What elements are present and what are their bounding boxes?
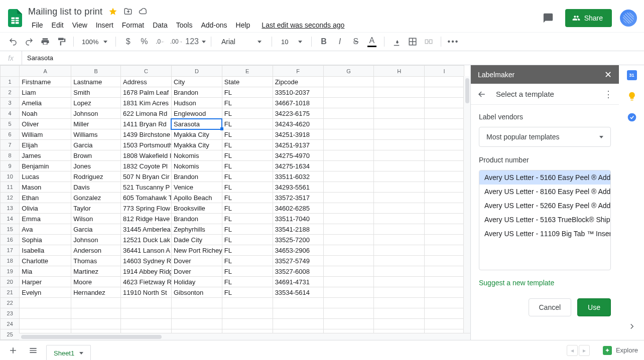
cell[interactable] <box>374 119 425 129</box>
cell[interactable]: Charlotte <box>20 256 71 266</box>
cell[interactable]: 1808 Wakefield I <box>121 150 172 161</box>
explore-button[interactable]: ✦ Explore <box>603 346 638 355</box>
cell[interactable] <box>374 171 425 182</box>
row-header[interactable]: 5 <box>1 119 20 129</box>
cell[interactable]: 33527-6008 <box>273 266 323 277</box>
cell[interactable]: 34251-9137 <box>273 140 323 150</box>
cell[interactable]: Smith <box>71 87 121 98</box>
cell[interactable] <box>425 319 464 329</box>
cell[interactable]: Hudson <box>171 98 222 108</box>
cell[interactable]: Englewood <box>171 108 222 119</box>
cell[interactable]: FL <box>222 266 273 277</box>
cell[interactable] <box>374 108 425 119</box>
font-size-selector[interactable]: 10 <box>277 38 306 46</box>
cell[interactable] <box>20 319 71 329</box>
close-icon[interactable]: ✕ <box>604 69 612 80</box>
cell[interactable] <box>323 298 374 308</box>
cell[interactable]: FL <box>222 277 273 287</box>
share-button[interactable]: Share <box>565 9 612 27</box>
cell[interactable]: FL <box>222 224 273 235</box>
cell[interactable] <box>71 319 121 329</box>
cell[interactable] <box>374 214 425 224</box>
formula-input[interactable]: Sarasota <box>22 54 53 62</box>
cell[interactable]: Oliver <box>20 119 71 129</box>
cell[interactable] <box>374 182 425 193</box>
cell[interactable]: Jones <box>71 161 121 171</box>
cancel-button[interactable]: Cancel <box>529 298 572 316</box>
zoom-selector[interactable]: 100% <box>79 38 110 46</box>
cell[interactable]: 11910 North St <box>121 287 172 298</box>
cell[interactable] <box>323 98 374 108</box>
fill-color-button[interactable] <box>390 35 404 49</box>
cell[interactable]: 4623 Fietzway R <box>121 277 172 287</box>
cell[interactable] <box>374 98 425 108</box>
calendar-icon[interactable]: 31 <box>627 70 637 80</box>
cell[interactable] <box>425 193 464 203</box>
cell[interactable]: Lucas <box>20 171 71 182</box>
cell[interactable] <box>374 308 425 319</box>
cell[interactable] <box>374 203 425 214</box>
cell[interactable]: 33541-2188 <box>273 224 323 235</box>
cell[interactable] <box>374 245 425 256</box>
font-selector[interactable]: Arial <box>216 38 267 46</box>
cell[interactable]: Sophia <box>20 235 71 245</box>
row-header[interactable]: 11 <box>1 182 20 193</box>
cell[interactable] <box>425 129 464 140</box>
cell[interactable] <box>425 298 464 308</box>
cell[interactable]: 34653-2906 <box>273 245 323 256</box>
row-header[interactable]: 25 <box>1 329 20 340</box>
cell[interactable]: Brandon <box>171 87 222 98</box>
cell[interactable] <box>374 287 425 298</box>
spreadsheet-grid[interactable]: ABCDEFGHI1FirstnameLastnameAddressCitySt… <box>0 65 470 340</box>
cell[interactable]: FL <box>222 256 273 266</box>
cell[interactable] <box>374 319 425 329</box>
cell[interactable]: Gonzalez <box>71 193 121 203</box>
cell[interactable]: 1914 Abbey Ridg <box>121 266 172 277</box>
cell[interactable]: Myakka City <box>171 129 222 140</box>
row-header[interactable]: 16 <box>1 235 20 245</box>
redo-button[interactable] <box>22 35 36 49</box>
cell[interactable]: FL <box>222 203 273 214</box>
cell[interactable]: 36441 Lanson A <box>121 245 172 256</box>
row-header[interactable]: 18 <box>1 256 20 266</box>
cell[interactable] <box>323 224 374 235</box>
menu-insert[interactable]: Insert <box>92 19 117 31</box>
cell[interactable] <box>121 298 172 308</box>
cell[interactable]: Taylor <box>71 203 121 214</box>
cell[interactable]: FL <box>222 171 273 182</box>
cell[interactable]: FL <box>222 245 273 256</box>
cell[interactable] <box>425 224 464 235</box>
menu-data[interactable]: Data <box>149 19 171 31</box>
cell[interactable]: Myakka City <box>171 140 222 150</box>
cell[interactable] <box>20 298 71 308</box>
keep-icon[interactable] <box>627 91 637 101</box>
document-title[interactable]: Mailing list to print <box>28 7 102 17</box>
row-header[interactable]: 10 <box>1 171 20 182</box>
cell[interactable]: City <box>171 77 222 87</box>
cell[interactable]: 605 Tomahawk T <box>121 193 172 203</box>
cell[interactable]: Brown <box>71 150 121 161</box>
row-header[interactable]: 3 <box>1 98 20 108</box>
column-header[interactable]: F <box>273 66 323 77</box>
cell[interactable]: Garcia <box>71 140 121 150</box>
cell[interactable] <box>323 182 374 193</box>
use-button[interactable]: Use <box>577 298 611 316</box>
cell[interactable] <box>323 287 374 298</box>
cell[interactable] <box>425 77 464 87</box>
cell[interactable]: 1411 Bryan Rd <box>121 119 172 129</box>
cell[interactable] <box>323 214 374 224</box>
cell[interactable]: FL <box>222 287 273 298</box>
cell[interactable] <box>323 108 374 119</box>
cell[interactable]: 33525-7200 <box>273 235 323 245</box>
cell[interactable]: Williams <box>71 129 121 140</box>
cell[interactable] <box>425 203 464 214</box>
row-header[interactable]: 24 <box>1 319 20 329</box>
cell[interactable]: 34293-5561 <box>273 182 323 193</box>
row-header[interactable]: 7 <box>1 140 20 150</box>
cell[interactable]: Nokomis <box>171 161 222 171</box>
cell[interactable]: Davis <box>71 182 121 193</box>
collapse-rail-icon[interactable] <box>627 322 636 331</box>
cell[interactable] <box>323 119 374 129</box>
cell[interactable] <box>323 161 374 171</box>
cell[interactable]: Zipcode <box>273 77 323 87</box>
